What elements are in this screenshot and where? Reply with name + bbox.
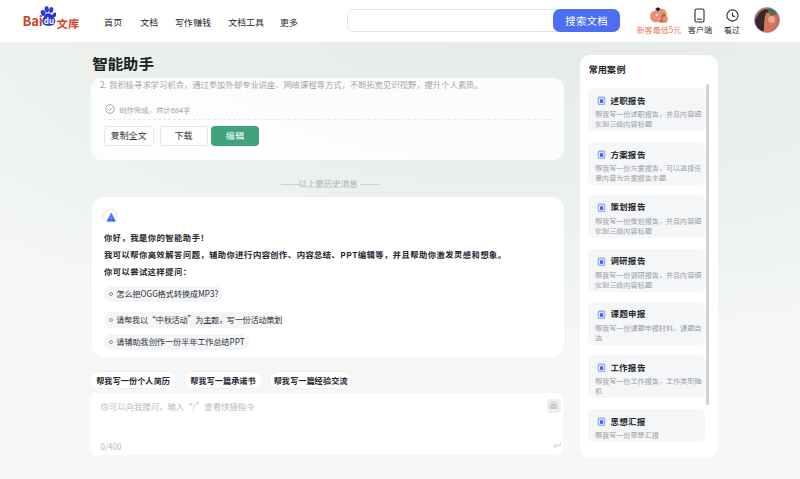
svg-text:du: du (43, 15, 53, 26)
